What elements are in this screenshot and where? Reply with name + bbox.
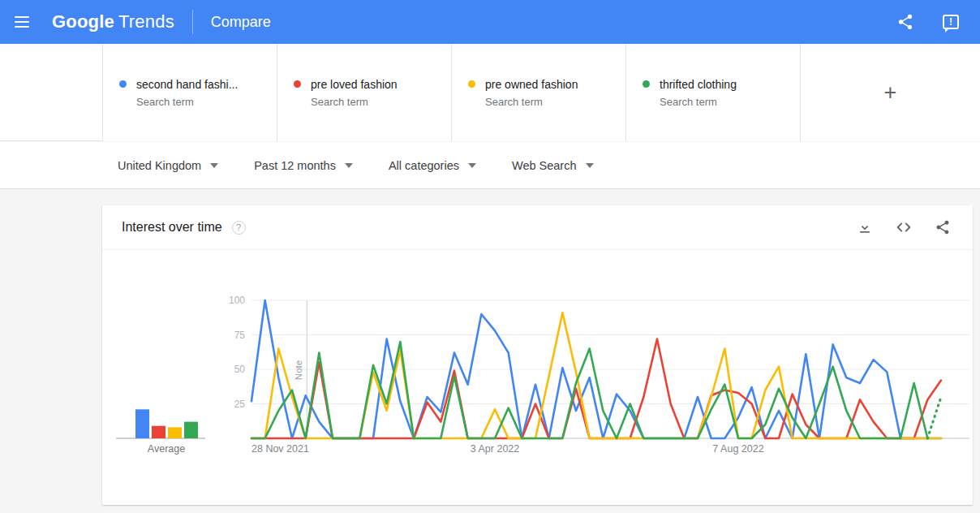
chart-card-header: Interest over time ? — [102, 205, 973, 250]
interest-over-time-card: Interest over time ? — [102, 205, 973, 505]
download-icon — [857, 219, 873, 235]
chevron-down-icon — [468, 163, 476, 168]
term-color-dot — [119, 80, 127, 88]
term-label: thrifted clothing — [660, 78, 737, 91]
header-divider — [192, 10, 193, 34]
page-title: Compare — [211, 14, 271, 31]
chevron-down-icon — [586, 163, 594, 168]
filter-country-dropdown[interactable]: United Kingdom — [118, 159, 218, 172]
svg-text:28 Nov 2021: 28 Nov 2021 — [251, 443, 309, 455]
filters-bar: United Kingdom Past 12 months All catego… — [0, 142, 980, 189]
trend-line-chart: 100755025Note28 Nov 20213 Apr 20227 Aug … — [102, 250, 973, 505]
share-icon — [935, 219, 951, 235]
app-header: Google Trends Compare ! — [0, 0, 980, 44]
term-card-pre-owned-fashion[interactable]: pre owned fashion Search term — [451, 44, 625, 141]
svg-text:100: 100 — [229, 295, 245, 306]
filter-category-value: All categories — [389, 159, 459, 172]
embed-chart-button[interactable] — [895, 218, 913, 236]
filter-timerange-value: Past 12 months — [254, 159, 336, 172]
term-color-dot — [294, 80, 301, 88]
term-type-label: Search term — [136, 95, 238, 110]
filter-searchtype-value: Web Search — [512, 159, 577, 172]
term-color-dot — [643, 80, 650, 88]
chart-title: Interest over time — [122, 220, 222, 235]
term-card-pre-loved-fashion[interactable]: pre loved fashion Search term — [277, 44, 451, 141]
download-csv-button[interactable] — [856, 218, 874, 236]
share-icon — [896, 13, 914, 31]
filter-country-value: United Kingdom — [118, 159, 201, 172]
google-trends-logo[interactable]: Google Trends — [52, 11, 174, 32]
question-circle-icon[interactable]: ? — [232, 221, 246, 235]
svg-text:3 Apr 2022: 3 Apr 2022 — [471, 443, 520, 455]
term-label: pre owned fashion — [485, 78, 578, 91]
plus-icon: + — [884, 80, 897, 106]
term-type-label: Search term — [485, 95, 578, 110]
term-card-thrifted-clothing[interactable]: thrifted clothing Search term — [625, 44, 800, 141]
svg-text:50: 50 — [234, 364, 246, 375]
svg-text:Average: Average — [148, 443, 185, 455]
comparison-terms-row: second hand fashi... Search term pre lov… — [0, 44, 980, 141]
share-chart-button[interactable] — [934, 218, 952, 236]
svg-text:7 Aug 2022: 7 Aug 2022 — [712, 443, 763, 455]
hamburger-menu-button[interactable] — [0, 0, 44, 44]
logo-google-text: Google — [52, 11, 114, 32]
add-comparison-button[interactable]: + — [800, 44, 980, 141]
main-content: Interest over time ? — [0, 189, 980, 513]
filter-timerange-dropdown[interactable]: Past 12 months — [254, 159, 353, 172]
term-label: second hand fashi... — [136, 78, 238, 91]
svg-text:25: 25 — [234, 399, 246, 410]
logo-trends-text: Trends — [118, 11, 174, 32]
chevron-down-icon — [210, 163, 218, 168]
term-label: pre loved fashion — [311, 78, 398, 91]
filter-searchtype-dropdown[interactable]: Web Search — [512, 159, 594, 172]
feedback-button[interactable]: ! — [933, 4, 969, 40]
term-card-second-hand-fashion[interactable]: second hand fashi... Search term — [102, 44, 277, 141]
feedback-icon: ! — [943, 15, 959, 29]
svg-text:75: 75 — [234, 330, 246, 341]
term-type-label: Search term — [660, 95, 737, 110]
term-type-label: Search term — [311, 95, 398, 110]
svg-text:Note: Note — [294, 360, 303, 380]
embed-code-icon — [895, 218, 913, 236]
filter-category-dropdown[interactable]: All categories — [389, 159, 476, 172]
header-share-button[interactable] — [888, 4, 923, 40]
chart-plot-area[interactable]: 100755025Note28 Nov 20213 Apr 20227 Aug … — [102, 250, 973, 505]
term-color-dot — [468, 80, 475, 88]
chevron-down-icon — [345, 163, 353, 168]
hamburger-icon — [15, 16, 29, 28]
